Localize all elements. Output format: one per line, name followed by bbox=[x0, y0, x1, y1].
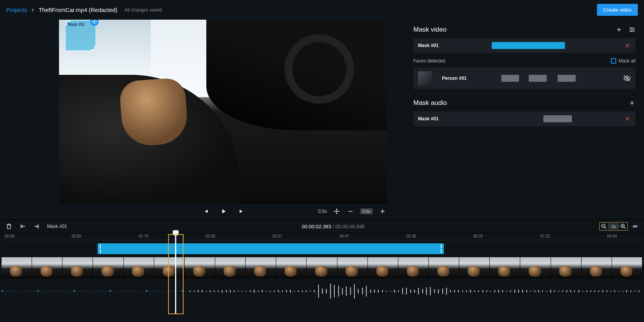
timeline-thumbnail[interactable] bbox=[429, 257, 459, 279]
timeline-thumbnail[interactable] bbox=[246, 257, 276, 279]
ruler-tick: 00.00 bbox=[5, 234, 14, 238]
ruler-tick: 03.57 bbox=[273, 234, 282, 238]
timeline-zoom-level[interactable]: 1x bbox=[608, 223, 619, 229]
timeline-thumbnail[interactable] bbox=[215, 257, 246, 279]
audio-mask-row[interactable]: Mask #01 bbox=[413, 111, 636, 126]
timeline-zoom-group: 1x bbox=[599, 222, 628, 231]
time-total: 00:00:08.936 bbox=[335, 224, 365, 229]
time-current: 00:00:02.383 bbox=[302, 224, 331, 229]
active-mask-name: Mask #01 bbox=[47, 224, 67, 229]
timeline-thumbnail[interactable] bbox=[307, 257, 337, 279]
timeline-thumbnail[interactable] bbox=[398, 257, 429, 279]
playhead[interactable] bbox=[175, 234, 176, 314]
ruler-tick: 06.25 bbox=[473, 234, 483, 238]
mask-overlay-label: Mask #01 bbox=[68, 22, 85, 27]
person-row[interactable]: Person #01 bbox=[413, 67, 636, 89]
trash-icon[interactable] bbox=[5, 223, 12, 230]
video-frame-illustration bbox=[59, 20, 387, 204]
ruler-tick: 02.68 bbox=[206, 234, 215, 238]
svg-point-2 bbox=[633, 29, 634, 30]
ruler-tick: 00.89 bbox=[72, 234, 81, 238]
ruler-tick: 04.47 bbox=[339, 234, 349, 238]
ruler-tick: 08.04 bbox=[607, 234, 617, 238]
timeline-thumbnail[interactable] bbox=[124, 257, 154, 279]
timecode: 00:00:02.383 / 00:00:08.936 bbox=[67, 224, 599, 229]
svg-line-10 bbox=[624, 227, 626, 229]
trim-end-icon[interactable] bbox=[33, 223, 40, 230]
mask-audio-title: Mask audio bbox=[413, 99, 447, 107]
zoom-in-button[interactable] bbox=[378, 207, 387, 216]
mask-clip-track[interactable] bbox=[2, 243, 642, 254]
add-audio-mask-icon[interactable] bbox=[629, 99, 636, 106]
person-minitrack[interactable] bbox=[480, 75, 619, 82]
timeline-thumbnail[interactable] bbox=[582, 257, 612, 279]
add-mask-icon[interactable] bbox=[615, 26, 622, 33]
delete-audio-mask-icon[interactable] bbox=[624, 115, 631, 122]
header-bar: Projects TheftFromCar.mp4 (Redacted) All… bbox=[0, 0, 644, 20]
timeline-thumbnail[interactable] bbox=[490, 257, 520, 279]
thumbnail-strip[interactable] bbox=[2, 257, 642, 279]
play-button[interactable] bbox=[219, 207, 228, 216]
mask-video-header: Mask video bbox=[413, 24, 636, 38]
svg-rect-0 bbox=[348, 211, 352, 212]
settings-sliders-icon[interactable] bbox=[629, 26, 636, 33]
timeline-ruler[interactable]: 00.0000.8901.7902.6803.5704.4705.3606.25… bbox=[2, 233, 642, 240]
timeline-thumbnail[interactable] bbox=[551, 257, 582, 279]
trim-start-icon[interactable] bbox=[19, 223, 26, 230]
timeline-thumbnail[interactable] bbox=[93, 257, 123, 279]
player-controls: 0.5x 0.5x bbox=[59, 204, 387, 216]
faces-detected-label: Faces detected bbox=[413, 58, 445, 64]
clip-handle-left[interactable] bbox=[99, 244, 101, 253]
timeline-thumbnail[interactable] bbox=[520, 257, 551, 279]
svg-line-7 bbox=[605, 227, 607, 229]
next-frame-button[interactable] bbox=[237, 207, 246, 216]
person-label: Person #01 bbox=[442, 76, 480, 81]
create-video-button[interactable]: Create video bbox=[597, 4, 638, 16]
timeline-thumbnail[interactable] bbox=[32, 257, 62, 279]
mask-overlay-box[interactable]: Mask #01 bbox=[66, 21, 95, 50]
video-mask-row[interactable]: Mask #01 bbox=[413, 38, 636, 53]
video-mask-label: Mask #01 bbox=[418, 43, 476, 48]
timeline-thumbnail[interactable] bbox=[185, 257, 215, 279]
chevron-right-icon bbox=[30, 7, 35, 13]
timeline-thumbnail[interactable] bbox=[62, 257, 93, 279]
audio-mask-label: Mask #01 bbox=[418, 116, 476, 121]
breadcrumb-projects[interactable]: Projects bbox=[6, 7, 27, 13]
pan-button[interactable] bbox=[332, 207, 341, 216]
mask-clip-segment[interactable] bbox=[98, 243, 443, 254]
audio-waveform[interactable] bbox=[2, 279, 642, 300]
timeline-thumbnail[interactable] bbox=[276, 257, 307, 279]
timeline-thumbnail[interactable] bbox=[612, 257, 642, 279]
ruler-tick: 05.36 bbox=[406, 234, 416, 238]
timeline-thumbnail[interactable] bbox=[154, 257, 185, 279]
video-mask-minitrack[interactable] bbox=[476, 42, 619, 49]
mask-all-label: Mask all bbox=[619, 58, 636, 64]
speed-label: 0.5x bbox=[318, 209, 327, 214]
zoom-out-button[interactable] bbox=[346, 207, 355, 216]
visibility-off-icon[interactable] bbox=[623, 74, 631, 82]
breadcrumb-file: TheftFromCar.mp4 (Redacted) bbox=[39, 7, 117, 13]
timeline-zoom-in-icon[interactable] bbox=[620, 223, 627, 230]
ruler-tick: 01.79 bbox=[138, 234, 148, 238]
prev-frame-button[interactable] bbox=[202, 207, 210, 216]
face-thumbnail[interactable] bbox=[418, 71, 432, 85]
audio-mask-minitrack[interactable] bbox=[476, 115, 619, 122]
svg-point-1 bbox=[631, 27, 632, 29]
delete-mask-icon[interactable] bbox=[624, 42, 631, 49]
collapse-icon[interactable] bbox=[632, 223, 639, 230]
timeline-thumbnail[interactable] bbox=[337, 257, 368, 279]
video-preview[interactable]: Mask #01 bbox=[59, 20, 387, 204]
timeline-thumbnail[interactable] bbox=[2, 257, 32, 279]
timeline-thumbnail[interactable] bbox=[459, 257, 490, 279]
save-status: All changes saved bbox=[124, 7, 162, 13]
ruler-tick: 07.15 bbox=[540, 234, 550, 238]
timeline-thumbnail[interactable] bbox=[368, 257, 398, 279]
svg-point-3 bbox=[631, 31, 632, 32]
mask-video-title: Mask video bbox=[413, 26, 447, 34]
mask-all-checkbox[interactable] bbox=[611, 58, 616, 64]
mask-audio-header: Mask audio bbox=[413, 94, 636, 111]
timeline-zoom-out-icon[interactable] bbox=[600, 223, 607, 230]
speed-chip[interactable]: 0.5x bbox=[360, 208, 373, 214]
clip-handle-right[interactable] bbox=[440, 244, 442, 253]
